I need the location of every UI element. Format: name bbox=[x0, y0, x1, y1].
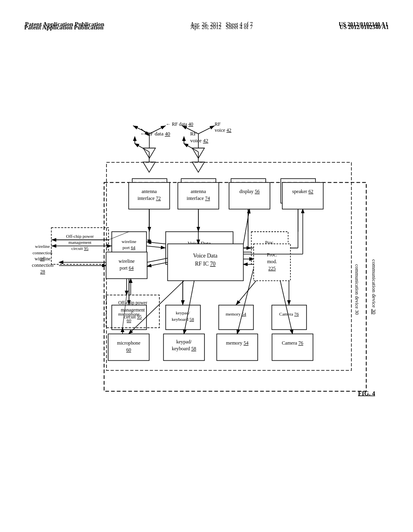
svg-text:Camera 76: Camera 76 bbox=[282, 340, 303, 346]
svg-text:225: 225 bbox=[268, 266, 275, 271]
svg-text:keypad/: keypad/ bbox=[176, 339, 192, 345]
publication-label: Patent Application Publication bbox=[25, 21, 104, 28]
svg-text:mod.: mod. bbox=[267, 259, 277, 264]
svg-text:antenna: antenna bbox=[191, 189, 206, 194]
svg-marker-82 bbox=[192, 162, 204, 172]
patent-figure-4: communication device 30 ← RF data 40 RF … bbox=[22, 64, 391, 419]
svg-line-139 bbox=[184, 281, 194, 334]
svg-marker-77 bbox=[143, 162, 155, 172]
patent-number-label: US 2012/0102340 A1 bbox=[339, 21, 388, 28]
svg-line-141 bbox=[280, 281, 292, 334]
svg-text:Proc.: Proc. bbox=[267, 252, 277, 258]
svg-text:memory 54: memory 54 bbox=[226, 340, 248, 346]
svg-text:speaker 62: speaker 62 bbox=[292, 189, 313, 194]
svg-text:display 56: display 56 bbox=[239, 189, 259, 194]
svg-text:Off-chip power: Off-chip power bbox=[118, 300, 147, 305]
svg-text:microphone: microphone bbox=[117, 340, 140, 346]
svg-text:communication device 30: communication device 30 bbox=[371, 260, 377, 315]
svg-line-79 bbox=[135, 143, 149, 152]
svg-rect-136 bbox=[272, 334, 313, 361]
svg-text:wireline: wireline bbox=[35, 256, 51, 262]
svg-rect-96 bbox=[282, 183, 323, 209]
svg-text:← RF data 40: ← RF data 40 bbox=[140, 131, 170, 137]
svg-text:60: 60 bbox=[126, 347, 131, 353]
patent-page: Patent Application Publication Apr. 26, … bbox=[0, 0, 413, 532]
svg-text:port 64: port 64 bbox=[120, 265, 134, 271]
svg-text:keyboard 58: keyboard 58 bbox=[172, 346, 196, 351]
svg-text:wireline: wireline bbox=[119, 258, 135, 264]
svg-text:FIG. 4: FIG. 4 bbox=[358, 390, 375, 397]
svg-line-123 bbox=[243, 209, 249, 244]
svg-rect-94 bbox=[229, 183, 270, 209]
svg-line-84 bbox=[184, 143, 198, 152]
svg-text:connection: connection bbox=[32, 262, 53, 268]
svg-text:interface 74: interface 74 bbox=[187, 195, 210, 201]
svg-text:interface 72: interface 72 bbox=[138, 195, 161, 201]
svg-rect-134 bbox=[217, 334, 258, 361]
svg-text:RF: RF bbox=[190, 131, 196, 137]
svg-text:RF IC 70: RF IC 70 bbox=[195, 261, 215, 267]
svg-text:circuit 95: circuit 95 bbox=[124, 314, 142, 320]
svg-text:28: 28 bbox=[40, 269, 45, 274]
svg-text:Voice Data: Voice Data bbox=[193, 253, 217, 259]
page-header-bar: Patent Application Publication Apr. 26, … bbox=[25, 21, 388, 28]
svg-text:antenna: antenna bbox=[142, 189, 157, 194]
svg-text:voice 42: voice 42 bbox=[190, 137, 208, 143]
date-sheet-label: Apr. 26, 2012 Sheet 4 of 7 bbox=[190, 21, 253, 28]
